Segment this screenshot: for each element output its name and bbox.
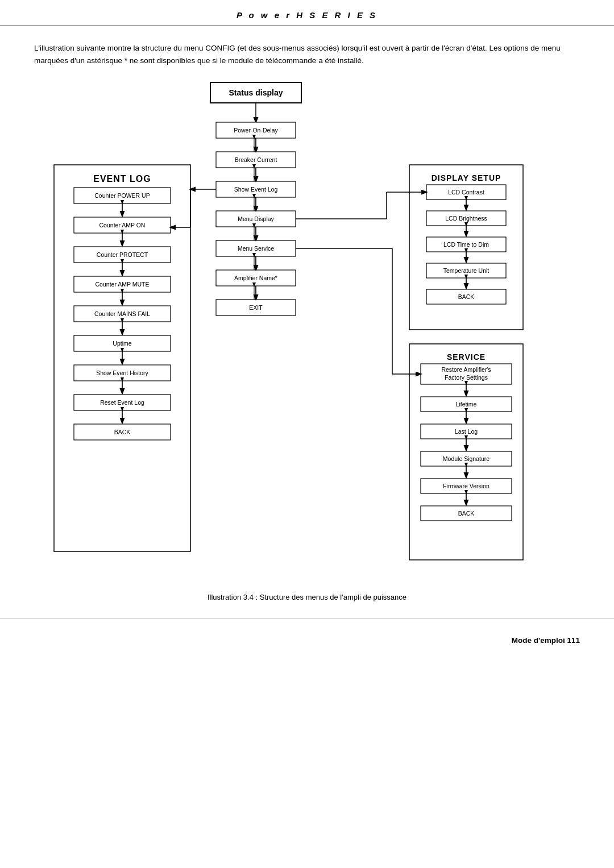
svg-text:BACK: BACK <box>114 429 131 435</box>
svg-text:DISPLAY SETUP: DISPLAY SETUP <box>432 173 501 182</box>
intro-text: L'illustration suivante montre la struct… <box>0 26 614 77</box>
svg-text:Amplifier Name*: Amplifier Name* <box>234 275 277 281</box>
svg-text:LCD Time to Dim: LCD Time to Dim <box>443 241 489 248</box>
page-header: P o w e r H S E R I E S <box>0 0 614 26</box>
svg-text:Counter AMP ON: Counter AMP ON <box>99 222 146 229</box>
svg-text:Menu Display: Menu Display <box>238 215 274 222</box>
svg-text:Restore Amplifier's: Restore Amplifier's <box>441 366 491 373</box>
svg-text:Counter PROTECT: Counter PROTECT <box>97 251 148 258</box>
page-footer: Mode d'emploi 111 <box>0 618 614 656</box>
svg-text:LCD Brightness: LCD Brightness <box>445 215 487 222</box>
svg-text:BACK: BACK <box>458 510 475 517</box>
svg-text:Counter MAINS FAIL: Counter MAINS FAIL <box>94 310 150 317</box>
svg-text:Temperature Unit: Temperature Unit <box>443 267 489 274</box>
svg-text:Show Event Log: Show Event Log <box>234 186 278 193</box>
svg-text:LCD Contrast: LCD Contrast <box>448 189 484 196</box>
svg-text:Breaker Current: Breaker Current <box>235 156 277 163</box>
diagram-caption: Illustration 3.4 : Structure des menus d… <box>0 593 614 613</box>
svg-text:BACK: BACK <box>458 293 475 300</box>
svg-text:Uptime: Uptime <box>113 340 131 347</box>
svg-text:EVENT LOG: EVENT LOG <box>93 174 151 184</box>
svg-text:Firmware Version: Firmware Version <box>443 483 489 489</box>
svg-text:Status display: Status display <box>229 88 283 97</box>
diagram-area: Status display Power-On-Delay Breaker Cu… <box>0 77 614 588</box>
svg-text:Last Log: Last Log <box>455 428 478 435</box>
svg-text:Module Signature: Module Signature <box>443 455 489 462</box>
svg-text:Reset Event Log: Reset Event Log <box>100 399 144 406</box>
svg-text:Menu Service: Menu Service <box>238 245 274 252</box>
svg-text:Lifetime: Lifetime <box>456 401 477 408</box>
svg-text:Show Event History: Show Event History <box>96 369 148 376</box>
svg-text:Factory Settings: Factory Settings <box>445 374 488 381</box>
svg-text:Counter AMP MUTE: Counter AMP MUTE <box>96 281 150 288</box>
svg-text:EXIT: EXIT <box>249 304 263 311</box>
svg-text:Power-On-Delay: Power-On-Delay <box>234 127 278 134</box>
svg-text:SERVICE: SERVICE <box>447 352 486 362</box>
svg-text:Counter POWER UP: Counter POWER UP <box>94 192 150 199</box>
